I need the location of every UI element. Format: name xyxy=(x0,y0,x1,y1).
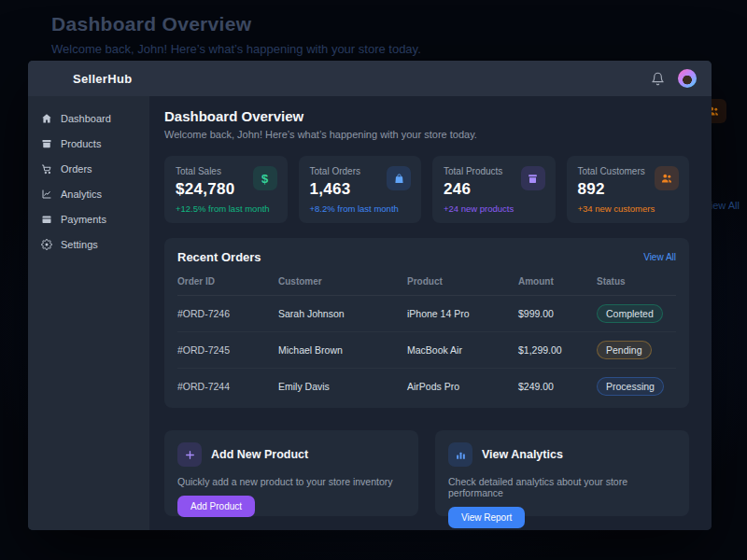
table-row[interactable]: #ORD-7246 Sarah Johnson iPhone 14 Pro $9… xyxy=(177,296,676,332)
bell-icon[interactable] xyxy=(651,72,665,86)
column-header-customer: Customer xyxy=(278,276,407,287)
sidebar-item-orders[interactable]: Orders xyxy=(28,156,149,181)
sidebar-item-label: Payments xyxy=(61,214,106,225)
add-new-product-card: Add New Product Quickly add a new produc… xyxy=(164,430,418,516)
sidebar-item-label: Dashboard xyxy=(61,113,111,124)
stat-card-total-products: Total Products 246 +24 new products xyxy=(432,156,556,223)
view-report-button[interactable]: View Report xyxy=(448,507,525,528)
cell-order-id: #ORD-7244 xyxy=(177,381,278,392)
column-header-order-id: Order ID xyxy=(177,276,278,287)
status-badge: Pending xyxy=(597,341,652,359)
sidebar: Dashboard Products Orders Analytics Paym… xyxy=(28,96,149,530)
chart-line-icon xyxy=(41,189,52,200)
window-header: SellerHub xyxy=(28,61,712,96)
status-badge: Processing xyxy=(597,377,664,396)
users-icon xyxy=(655,166,679,190)
cell-product: AirPods Pro xyxy=(407,381,518,392)
sidebar-item-dashboard[interactable]: Dashboard xyxy=(28,105,149,131)
add-product-button[interactable]: Add Product xyxy=(177,496,255,517)
sidebar-item-analytics[interactable]: Analytics xyxy=(28,181,149,206)
dollar-icon: $ xyxy=(253,166,277,190)
app-window: SellerHub Dashboard Products Orders xyxy=(28,61,712,530)
window-body: Dashboard Products Orders Analytics Paym… xyxy=(28,96,712,530)
orders-table-header: Order ID Customer Product Amount Status xyxy=(177,276,676,296)
cell-customer: Emily Davis xyxy=(278,381,407,392)
sidebar-item-label: Orders xyxy=(61,163,92,175)
column-header-product: Product xyxy=(407,276,518,287)
recent-orders-card: Recent Orders View All Order ID Customer… xyxy=(164,238,689,408)
sidebar-item-label: Settings xyxy=(61,239,98,250)
action-cards-row: Add New Product Quickly add a new produc… xyxy=(164,430,689,516)
gear-icon xyxy=(41,239,52,250)
cell-order-id: #ORD-7246 xyxy=(177,308,278,319)
bar-chart-icon xyxy=(448,442,472,467)
stat-card-total-sales: Total Sales $24,780 $ +12.5% from last m… xyxy=(164,156,288,223)
stat-change: +24 new products xyxy=(444,203,514,214)
recent-orders-title: Recent Orders xyxy=(177,250,261,264)
cell-product: MacBook Air xyxy=(407,344,518,356)
table-row[interactable]: #ORD-7244 Emily Davis AirPods Pro $249.0… xyxy=(177,369,676,404)
wallet-icon xyxy=(41,214,52,225)
cart-icon xyxy=(41,163,52,175)
cell-order-id: #ORD-7245 xyxy=(177,344,278,356)
avatar[interactable] xyxy=(678,69,697,88)
stat-card-total-customers: Total Customers 892 +34 new customers xyxy=(567,156,690,223)
sidebar-item-products[interactable]: Products xyxy=(28,131,149,156)
column-header-status: Status xyxy=(597,276,676,287)
table-row[interactable]: #ORD-7245 Michael Brown MacBook Air $1,2… xyxy=(177,332,676,369)
brand-logo: SellerHub xyxy=(73,72,132,86)
stat-change: +12.5% from last month xyxy=(176,203,270,214)
cell-product: iPhone 14 Pro xyxy=(407,308,518,319)
action-card-description: Quickly add a new product to your store … xyxy=(177,476,405,487)
main-content: Dashboard Overview Welcome back, John! H… xyxy=(149,96,712,530)
package-icon xyxy=(521,166,545,190)
sidebar-item-settings[interactable]: Settings xyxy=(28,231,149,257)
page-title: Dashboard Overview xyxy=(164,108,689,124)
action-card-title: Add New Product xyxy=(211,448,308,461)
stat-change: +34 new customers xyxy=(578,203,655,214)
sidebar-item-payments[interactable]: Payments xyxy=(28,206,149,231)
box-icon xyxy=(41,138,52,149)
background-page-title: Dashboard Overview xyxy=(51,13,251,35)
view-all-link[interactable]: View All xyxy=(643,252,676,262)
sidebar-item-label: Analytics xyxy=(61,189,102,200)
status-badge: Completed xyxy=(597,304,663,323)
page-subtitle: Welcome back, John! Here’s what’s happen… xyxy=(164,129,689,140)
stat-change: +8.2% from last month xyxy=(310,203,399,214)
home-icon xyxy=(41,113,52,124)
column-header-amount: Amount xyxy=(518,276,597,287)
cell-customer: Sarah Johnson xyxy=(278,308,407,319)
action-card-description: Check detailed analytics about your stor… xyxy=(448,476,676,498)
stat-card-total-orders: Total Orders 1,463 +8.2% from last month xyxy=(299,156,422,223)
action-card-title: View Analytics xyxy=(482,448,563,461)
cell-amount: $1,299.00 xyxy=(518,344,597,356)
cell-customer: Michael Brown xyxy=(278,344,407,356)
sidebar-item-label: Products xyxy=(61,138,101,149)
view-analytics-card: View Analytics Check detailed analytics … xyxy=(435,430,689,516)
background-page-subtitle: Welcome back, John! Here’s what’s happen… xyxy=(51,42,421,56)
cell-amount: $999.00 xyxy=(518,308,597,319)
cell-amount: $249.00 xyxy=(518,381,597,392)
plus-icon xyxy=(177,442,202,467)
stats-row: Total Sales $24,780 $ +12.5% from last m… xyxy=(164,156,689,223)
bag-icon xyxy=(387,166,411,190)
